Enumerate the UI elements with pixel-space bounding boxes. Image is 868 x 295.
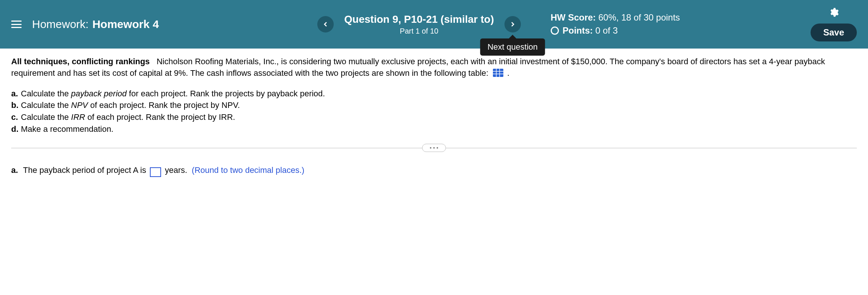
hw-score-label: HW Score: <box>551 12 596 22</box>
score-block: HW Score: 60%, 18 of 30 points Points: 0… <box>551 11 680 37</box>
expand-button[interactable] <box>422 144 446 152</box>
points-status-icon <box>551 27 559 35</box>
gear-icon[interactable] <box>828 7 839 19</box>
next-question-button[interactable]: Next question <box>504 16 521 32</box>
next-question-tooltip: Next question <box>480 38 545 56</box>
question-title: Question 9, P10-21 (similar to) <box>344 13 494 25</box>
payback-period-a-input[interactable] <box>150 167 161 177</box>
section-divider <box>11 148 857 148</box>
task-c: c.Calculate the IRR of each project. Ran… <box>11 112 857 123</box>
round-note: (Round to two decimal places.) <box>192 165 304 175</box>
content: All techniques, conflicting rankings Nic… <box>0 49 868 192</box>
task-b: b.Calculate the NPV of each project. Ran… <box>11 100 857 111</box>
homework-title: Homework 4 <box>92 18 159 31</box>
problem-lead: All techniques, conflicting rankings <box>11 57 150 66</box>
right-controls: Save <box>811 7 857 41</box>
points-line: Points: 0 of 3 <box>551 24 680 37</box>
chevron-left-icon <box>323 22 328 27</box>
header-right: HW Score: 60%, 18 of 30 points Points: 0… <box>521 7 857 41</box>
save-button[interactable]: Save <box>811 24 857 41</box>
task-a: a.Calculate the payback period for each … <box>11 88 857 100</box>
task-d: d.Make a recommendation. <box>11 124 857 135</box>
task-list: a.Calculate the payback period for each … <box>11 88 857 135</box>
svg-rect-0 <box>493 69 503 77</box>
answer-after: years. <box>165 165 187 175</box>
header-left: Homework: Homework 4 <box>11 18 317 31</box>
answer-before: The payback period of project A is <box>23 165 146 175</box>
answer-row-a: a. The payback period of project A is ye… <box>11 165 857 177</box>
problem-text: All techniques, conflicting rankings Nic… <box>11 56 857 79</box>
question-part: Part 1 of 10 <box>344 27 494 35</box>
question-block: Question 9, P10-21 (similar to) Part 1 o… <box>340 13 497 35</box>
chevron-right-icon <box>510 22 515 27</box>
data-table-icon[interactable] <box>493 69 503 77</box>
answer-marker: a. <box>11 165 21 176</box>
header-center: Question 9, P10-21 (similar to) Part 1 o… <box>317 13 521 35</box>
points-value: 0 of 3 <box>595 25 618 35</box>
points-label: Points: <box>563 25 593 35</box>
homework-prefix: Homework: <box>32 18 89 31</box>
menu-icon[interactable] <box>11 21 22 28</box>
prev-question-button[interactable] <box>317 16 334 32</box>
header: Homework: Homework 4 Question 9, P10-21 … <box>0 0 868 49</box>
hw-score-value: 60%, 18 of 30 points <box>598 12 680 22</box>
hw-score-line: HW Score: 60%, 18 of 30 points <box>551 11 680 24</box>
